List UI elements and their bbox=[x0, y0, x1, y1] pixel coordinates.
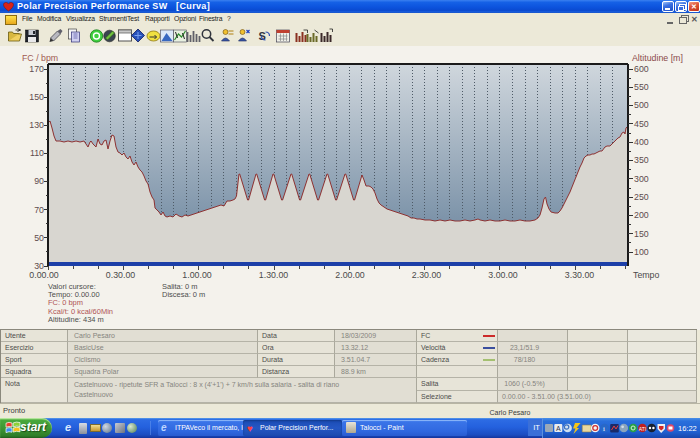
svg-text:Altitudine [m]: Altitudine [m] bbox=[632, 53, 683, 63]
svg-text:FC / bpm: FC / bpm bbox=[22, 53, 58, 63]
svg-text:70: 70 bbox=[34, 205, 44, 215]
svg-text:A: A bbox=[556, 425, 561, 432]
svg-text:ATI: ATI bbox=[639, 426, 646, 432]
svg-text:200: 200 bbox=[634, 210, 649, 220]
svg-text:170: 170 bbox=[29, 64, 44, 74]
svg-text:1.30.00: 1.30.00 bbox=[259, 270, 288, 280]
svg-text:3.00.00: 3.00.00 bbox=[488, 270, 517, 280]
svg-text:100: 100 bbox=[634, 247, 649, 257]
svg-text:300: 300 bbox=[634, 174, 649, 184]
svg-text:550: 550 bbox=[634, 82, 649, 92]
svg-text:3.30.00: 3.30.00 bbox=[565, 270, 594, 280]
svg-text:600: 600 bbox=[634, 64, 649, 74]
svg-text:Tempo: Tempo bbox=[633, 270, 660, 280]
svg-text:110: 110 bbox=[30, 148, 44, 158]
svg-text:i: i bbox=[603, 425, 605, 433]
svg-text:0.30.00: 0.30.00 bbox=[106, 270, 135, 280]
svg-text:130: 130 bbox=[29, 120, 44, 130]
svg-text:2.00.00: 2.00.00 bbox=[335, 270, 364, 280]
svg-text:150: 150 bbox=[634, 229, 649, 239]
svg-text:350: 350 bbox=[634, 155, 649, 165]
svg-text:0.00.00: 0.00.00 bbox=[29, 270, 58, 280]
svg-text:50: 50 bbox=[34, 233, 44, 243]
svg-text:Discesa: 0 m: Discesa: 0 m bbox=[162, 290, 205, 299]
svg-text:450: 450 bbox=[634, 119, 649, 129]
svg-text:1.00.00: 1.00.00 bbox=[182, 270, 211, 280]
svg-text:500: 500 bbox=[634, 100, 649, 110]
svg-text:90: 90 bbox=[34, 176, 44, 186]
svg-text:150: 150 bbox=[29, 92, 44, 102]
svg-text:400: 400 bbox=[634, 137, 649, 147]
svg-text:FC: 0 bpm: FC: 0 bpm bbox=[48, 298, 83, 307]
svg-text:2.30.00: 2.30.00 bbox=[412, 270, 441, 280]
svg-text:Altitudine: 434 m: Altitudine: 434 m bbox=[48, 315, 104, 324]
svg-text:250: 250 bbox=[634, 192, 649, 202]
